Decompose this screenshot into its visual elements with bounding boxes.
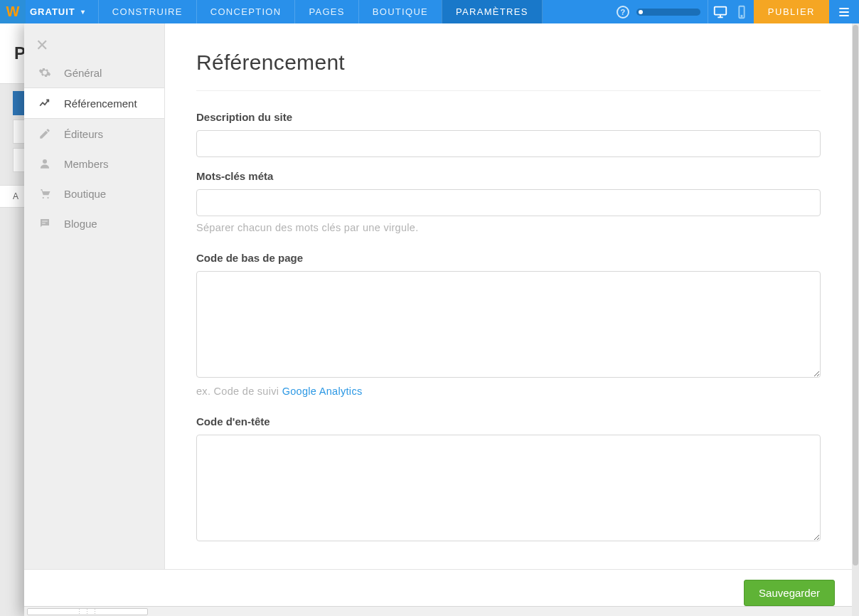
progress-indicator bbox=[636, 9, 700, 16]
tab-boutique[interactable]: BOUTIQUE bbox=[358, 0, 442, 23]
desktop-icon[interactable] bbox=[713, 6, 728, 18]
pencil-icon bbox=[38, 127, 51, 140]
top-nav: W GRATUIT ▾ CONSTRUIRE CONCEPTION PAGES … bbox=[0, 0, 859, 23]
trend-icon bbox=[38, 97, 51, 110]
svg-point-2 bbox=[741, 15, 742, 16]
nav-tabs: CONSTRUIRE CONCEPTION PAGES BOUTIQUE PAR… bbox=[98, 0, 543, 23]
mobile-icon[interactable] bbox=[734, 6, 749, 18]
header-code-label: Code d'en-tête bbox=[196, 415, 821, 428]
sidebar-item-blogue[interactable]: Blogue bbox=[24, 208, 164, 238]
tab-construire[interactable]: CONSTRUIRE bbox=[98, 0, 196, 23]
nav-right: ? PUBLIER bbox=[609, 0, 859, 23]
tab-pages[interactable]: PAGES bbox=[294, 0, 358, 23]
scrollbar-thumb[interactable] bbox=[853, 25, 858, 565]
meta-keywords-input[interactable] bbox=[196, 189, 821, 216]
help-icon: ? bbox=[617, 6, 629, 18]
sidebar-item-label: Members bbox=[64, 158, 109, 170]
footer-code-textarea[interactable] bbox=[196, 271, 821, 378]
site-description-label: Description du site bbox=[196, 111, 821, 123]
sidebar-item-label: Éditeurs bbox=[64, 128, 103, 140]
sidebar-item-referencement[interactable]: Référencement bbox=[24, 87, 164, 119]
site-description-input[interactable] bbox=[196, 130, 821, 157]
help-area[interactable]: ? bbox=[609, 0, 708, 23]
publish-button[interactable]: PUBLIER bbox=[754, 0, 829, 23]
sidebar-item-label: Boutique bbox=[64, 188, 106, 200]
tab-conception[interactable]: CONCEPTION bbox=[196, 0, 295, 23]
gear-icon bbox=[38, 66, 51, 79]
person-icon bbox=[38, 157, 51, 170]
footer-code-hint: ex. Code de suivi Google Analytics bbox=[196, 386, 821, 397]
close-button[interactable]: ✕ bbox=[24, 29, 164, 58]
menu-button[interactable] bbox=[829, 0, 859, 23]
google-analytics-link[interactable]: Google Analytics bbox=[282, 386, 363, 397]
divider bbox=[196, 90, 821, 91]
meta-keywords-hint: Séparer chacun des mots clés par une vir… bbox=[196, 222, 821, 233]
svg-rect-0 bbox=[715, 6, 727, 14]
footer-code-label: Code de bas de page bbox=[196, 252, 821, 264]
sidebar-item-label: Général bbox=[64, 67, 102, 79]
meta-keywords-label: Mots-clés méta bbox=[196, 170, 821, 182]
settings-sidebar: ✕ Général Référencement Éditeurs bbox=[24, 23, 165, 569]
vertical-scrollbar[interactable] bbox=[852, 23, 859, 616]
sidebar-item-editeurs[interactable]: Éditeurs bbox=[24, 119, 164, 149]
sidebar-item-boutique[interactable]: Boutique bbox=[24, 179, 164, 208]
hamburger-icon bbox=[837, 5, 851, 19]
svg-point-5 bbox=[47, 197, 48, 198]
svg-point-4 bbox=[43, 197, 44, 198]
logo-icon: W bbox=[6, 4, 20, 20]
horizontal-scrollbar[interactable]: ⋮⋮⋮ bbox=[24, 606, 852, 616]
sidebar-item-general[interactable]: Général bbox=[24, 58, 164, 87]
svg-point-3 bbox=[43, 159, 47, 164]
sidebar-item-label: Référencement bbox=[64, 97, 137, 110]
chat-icon bbox=[38, 217, 51, 230]
plan-label: GRATUIT bbox=[30, 6, 75, 17]
header-code-textarea[interactable] bbox=[196, 435, 821, 541]
device-toggle bbox=[708, 0, 754, 23]
sidebar-item-label: Blogue bbox=[64, 218, 97, 230]
settings-modal: ✕ Général Référencement Éditeurs bbox=[24, 23, 852, 616]
page-title: Référencement bbox=[196, 51, 821, 75]
save-button[interactable]: Sauvegarder bbox=[744, 580, 835, 606]
settings-content: Référencement Description du site Mots-c… bbox=[165, 23, 852, 569]
sidebar-item-members[interactable]: Members bbox=[24, 149, 164, 179]
tab-parametres[interactable]: PARAMÈTRES bbox=[442, 0, 543, 23]
plan-dropdown[interactable]: GRATUIT ▾ bbox=[26, 0, 98, 23]
logo[interactable]: W bbox=[0, 0, 26, 23]
chevron-down-icon: ▾ bbox=[81, 8, 85, 16]
scrollbar-thumb[interactable]: ⋮⋮⋮ bbox=[27, 608, 148, 615]
cart-icon bbox=[38, 187, 51, 200]
bg-footer-label: A bbox=[13, 191, 18, 201]
